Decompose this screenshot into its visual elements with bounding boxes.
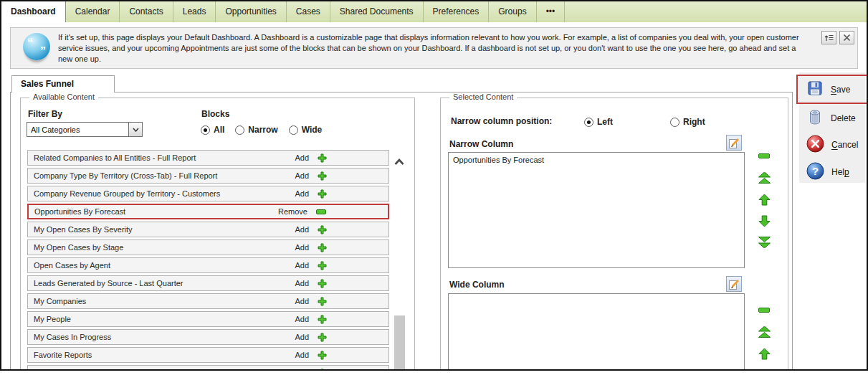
- radio-position-right[interactable]: Right: [670, 117, 705, 127]
- move-up-icon[interactable]: [758, 194, 771, 206]
- radio-icon[interactable]: [584, 118, 593, 127]
- plus-icon[interactable]: [318, 261, 327, 270]
- available-row: Open Cases by AgentAdd: [27, 257, 389, 273]
- button-label: Save: [831, 85, 850, 95]
- radio-icon[interactable]: [670, 118, 679, 127]
- scrollbar-thumb[interactable]: [394, 315, 405, 371]
- remove-item-icon[interactable]: [758, 153, 770, 158]
- remove-item-icon[interactable]: [758, 308, 770, 313]
- move-down-icon[interactable]: [758, 215, 771, 227]
- tab-leads[interactable]: Leads: [173, 1, 216, 22]
- edit-narrow-column-button[interactable]: [726, 135, 742, 151]
- plus-icon[interactable]: [318, 279, 327, 288]
- wide-column-label: Wide Column: [449, 280, 505, 290]
- add-link[interactable]: Add: [295, 333, 309, 341]
- save-button[interactable]: Save: [796, 75, 868, 104]
- button-label: Cancel: [831, 140, 858, 150]
- tab-groups[interactable]: Groups: [489, 1, 536, 22]
- add-link[interactable]: Add: [295, 297, 309, 305]
- available-row: My Open Cases By SeverityAdd: [27, 222, 389, 237]
- add-link[interactable]: Add: [295, 189, 309, 198]
- tab-shared-documents[interactable]: Shared Documents: [330, 1, 424, 22]
- radio-blocks-all[interactable]: All: [201, 125, 224, 135]
- filter-by-label: Filter By: [28, 109, 62, 119]
- minimize-icon: [824, 34, 834, 42]
- plus-icon[interactable]: [318, 369, 327, 371]
- add-link[interactable]: Add: [295, 351, 309, 359]
- tab-calendar[interactable]: Calendar: [66, 1, 120, 22]
- delete-button[interactable]: Delete: [799, 105, 865, 131]
- radio-label: Wide: [302, 125, 323, 135]
- radio-icon[interactable]: [289, 125, 298, 135]
- narrow-column-listbox[interactable]: Opportunities By Forecast: [448, 152, 745, 268]
- add-link[interactable]: Add: [295, 153, 309, 162]
- plus-icon[interactable]: [318, 315, 327, 324]
- add-link[interactable]: Add: [295, 315, 309, 323]
- plus-icon[interactable]: [318, 333, 327, 342]
- selected-content-legend: Selected Content: [449, 92, 517, 101]
- tab-sales-funnel[interactable]: Sales Funnel: [11, 75, 115, 92]
- list-item[interactable]: Opportunities By Forecast: [449, 153, 744, 164]
- plus-icon[interactable]: [318, 243, 327, 252]
- close-panel-button[interactable]: [839, 31, 854, 44]
- tab-contacts[interactable]: Contacts: [120, 1, 173, 22]
- add-link[interactable]: Add: [295, 225, 309, 234]
- available-row: My Leads In ProgressAdd: [27, 365, 389, 371]
- available-row: My Open Cases by StageAdd: [27, 239, 389, 255]
- tab-more[interactable]: •••: [537, 1, 566, 22]
- add-link[interactable]: Add: [295, 171, 309, 180]
- plus-icon[interactable]: [318, 153, 327, 163]
- radio-label: Narrow: [248, 125, 277, 135]
- radio-label: Left: [597, 117, 613, 127]
- chevron-down-icon: [133, 128, 139, 132]
- edit-wide-column-button[interactable]: [726, 276, 742, 292]
- plus-icon[interactable]: [318, 189, 327, 199]
- minus-icon[interactable]: [316, 209, 326, 214]
- cancel-button[interactable]: Cancel: [799, 131, 865, 158]
- move-to-bottom-icon[interactable]: [758, 237, 771, 248]
- available-row: Company Type By Territory (Cross-Tab) - …: [27, 168, 389, 184]
- move-to-top-icon[interactable]: [758, 172, 771, 184]
- move-up-icon[interactable]: [758, 348, 771, 360]
- help-button[interactable]: ?Help: [799, 158, 865, 186]
- tab-preferences[interactable]: Preferences: [424, 1, 490, 22]
- radio-position-left[interactable]: Left: [584, 117, 613, 127]
- add-link[interactable]: Add: [295, 279, 309, 288]
- blocks-radio-group: AllNarrowWide: [201, 125, 322, 135]
- app-window: DashboardCalendarContactsLeadsOpportunit…: [0, 0, 868, 371]
- button-label: Delete: [831, 113, 856, 123]
- info-text: If it's set up, this page displays your …: [58, 32, 800, 65]
- tab-opportunities[interactable]: Opportunities: [216, 1, 286, 22]
- add-link[interactable]: Add: [295, 243, 309, 252]
- available-row: Opportunities By ForecastRemove: [27, 204, 389, 219]
- select-dropdown-button[interactable]: [128, 123, 142, 136]
- radio-label: All: [214, 125, 224, 135]
- row-label: Company Revenue Grouped by Territory - C…: [34, 189, 220, 198]
- move-to-top-icon[interactable]: [758, 326, 771, 338]
- tab-dashboard[interactable]: Dashboard: [1, 1, 66, 22]
- plus-icon[interactable]: [318, 351, 327, 360]
- filter-by-select[interactable]: All Categories: [27, 122, 143, 137]
- plus-icon[interactable]: [318, 225, 327, 234]
- minimize-panel-button[interactable]: [821, 31, 836, 44]
- radio-icon[interactable]: [201, 125, 210, 135]
- remove-link[interactable]: Remove: [278, 207, 307, 216]
- available-row: My Cases In ProgressAdd: [27, 329, 389, 345]
- info-panel: “ ” If it's set up, this page displays y…: [10, 27, 858, 69]
- add-link[interactable]: Add: [295, 369, 309, 371]
- plus-icon[interactable]: [318, 171, 327, 181]
- row-label: My Companies: [34, 297, 86, 305]
- available-row: Company Revenue Grouped by Territory - C…: [27, 186, 389, 201]
- wide-column-listbox[interactable]: [448, 293, 745, 371]
- narrow-position-label: Narrow column position:: [451, 116, 552, 126]
- move-down-icon[interactable]: [758, 369, 771, 371]
- action-panel: SaveDeleteCancel?Help: [799, 72, 865, 183]
- radio-blocks-wide[interactable]: Wide: [289, 125, 323, 135]
- tab-cases[interactable]: Cases: [287, 1, 330, 22]
- scroll-up-icon[interactable]: [394, 156, 405, 168]
- radio-blocks-narrow[interactable]: Narrow: [235, 125, 277, 135]
- plus-icon[interactable]: [318, 297, 327, 306]
- add-link[interactable]: Add: [295, 261, 309, 270]
- radio-icon[interactable]: [235, 125, 244, 135]
- row-label: Company Type By Territory (Cross-Tab) - …: [34, 171, 217, 180]
